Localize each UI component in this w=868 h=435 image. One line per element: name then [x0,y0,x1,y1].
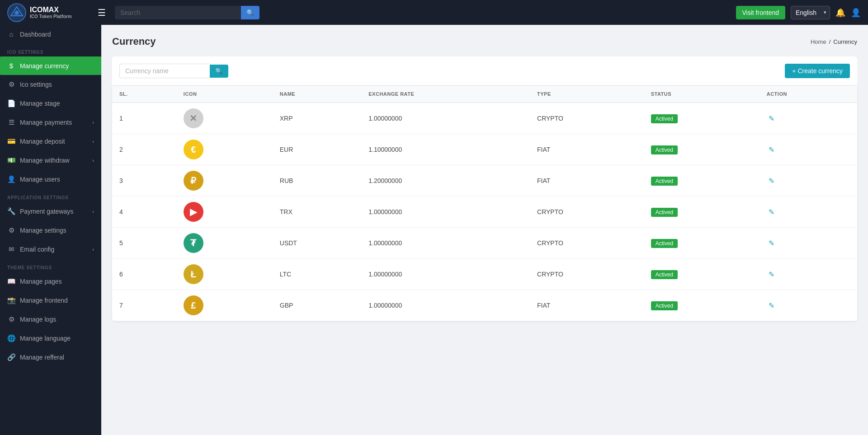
breadcrumb-current: Currency [833,38,857,45]
sidebar-item-manage-payments[interactable]: ☰ Manage payments › [0,113,101,132]
col-exchange-rate: EXCHANGE RATE [361,86,530,103]
col-icon: ICON [176,86,273,103]
col-action: ACTION [760,86,857,103]
sidebar-item-manage-currency[interactable]: $ Manage currency [0,56,101,75]
manage-settings-icon: ⚙ [7,226,15,234]
cell-exchange-rate: 1.00000000 [361,196,530,228]
col-type: TYPE [530,86,644,103]
sidebar-item-manage-logs[interactable]: ⚙ Manage logs [0,310,101,329]
referral-icon: 🔗 [7,353,15,361]
language-selector[interactable]: English Spanish French [791,6,830,19]
notifications-bell[interactable]: 🔔 [835,8,845,18]
cell-status: Actived [644,259,760,290]
sidebar-item-email-config[interactable]: ✉ Email config › [0,240,101,259]
sidebar-item-payment-gateways[interactable]: 🔧 Payment gateways › [0,202,101,221]
cell-type: CRYPTO [530,228,644,259]
table-row: 1 ✕ XRP 1.00000000 CRYPTO Actived ✎ [112,103,857,134]
cell-icon: € [176,134,273,165]
sidebar-item-manage-settings[interactable]: ⚙ Manage settings [0,221,101,240]
edit-button[interactable]: ✎ [767,206,776,218]
cell-icon: ▶ [176,196,273,228]
cell-icon: Ł [176,259,273,290]
edit-button[interactable]: ✎ [767,268,776,281]
user-avatar-icon[interactable]: 👤 [851,8,861,18]
search-input[interactable] [115,6,241,19]
sidebar-label-manage-users: Manage users [20,176,94,183]
currency-table: SL. ICON NAME EXCHANGE RATE TYPE STATUS … [112,86,857,321]
cell-exchange-rate: 1.00000000 [361,103,530,134]
status-badge: Actived [651,239,678,248]
cell-sl: 1 [112,103,176,134]
sidebar-item-manage-language[interactable]: 🌐 Manage language [0,329,101,348]
table-row: 2 € EUR 1.10000000 FIAT Actived ✎ [112,134,857,165]
sidebar-item-manage-withdraw[interactable]: 💵 Manage withdraw › [0,151,101,170]
sidebar-label-manage-withdraw: Manage withdraw [20,157,88,164]
cell-name: GBP [273,290,361,321]
cell-type: CRYPTO [530,259,644,290]
sidebar-item-ico-settings[interactable]: ⚙ Ico settings [0,75,101,94]
edit-button[interactable]: ✎ [767,144,776,156]
hamburger-menu[interactable]: ☰ [94,5,109,20]
sidebar-item-manage-pages[interactable]: 📖 Manage pages [0,272,101,291]
sidebar: ⌂ Dashboard ICO SETTINGS $ Manage curren… [0,25,101,435]
chevron-right-icon-5: › [92,247,94,252]
cell-icon: ✕ [176,103,273,134]
sidebar-label-manage-referral: Manage refferal [20,354,94,361]
edit-button[interactable]: ✎ [767,112,776,125]
cell-exchange-rate: 1.00000000 [361,290,530,321]
cell-type: CRYPTO [530,196,644,228]
cell-name: EUR [273,134,361,165]
create-currency-button[interactable]: + Create currency [785,64,850,78]
cell-action: ✎ [760,134,857,165]
cell-icon: ₽ [176,165,273,196]
cell-icon: ₮ [176,228,273,259]
currency-search-button[interactable]: 🔍 [210,65,228,78]
sidebar-item-dashboard[interactable]: ⌂ Dashboard [0,25,101,43]
toolbar: 🔍 + Create currency [112,56,857,86]
cell-action: ✎ [760,290,857,321]
search-submit-button[interactable]: 🔍 [241,6,259,19]
cell-name: LTC [273,259,361,290]
cell-action: ✎ [760,228,857,259]
cell-exchange-rate: 1.10000000 [361,134,530,165]
cell-status: Actived [644,228,760,259]
cell-icon: £ [176,290,273,321]
breadcrumb-home[interactable]: Home [811,38,826,45]
cell-status: Actived [644,134,760,165]
language-icon: 🌐 [7,334,15,342]
currency-search-input[interactable] [119,64,210,78]
coin-icon-ltc: Ł [184,264,203,284]
status-badge: Actived [651,270,678,279]
navbar-right: Visit frontend English Spanish French 🔔 … [736,6,861,19]
sidebar-item-manage-stage[interactable]: 📄 Manage stage [0,94,101,113]
col-sl: SL. [112,86,176,103]
edit-button[interactable]: ✎ [767,299,776,312]
app-subtitle: ICO Token Platform [30,14,72,19]
cell-action: ✎ [760,165,857,196]
cell-sl: 2 [112,134,176,165]
status-badge: Actived [651,301,678,310]
cell-name: TRX [273,196,361,228]
edit-button[interactable]: ✎ [767,175,776,187]
sidebar-item-manage-users[interactable]: 👤 Manage users [0,170,101,189]
frontend-icon: 📸 [7,296,15,304]
cell-sl: 4 [112,196,176,228]
edit-button[interactable]: ✎ [767,237,776,249]
sidebar-item-manage-referral[interactable]: 🔗 Manage refferal [0,348,101,367]
svg-point-3 [15,11,19,14]
sidebar-item-manage-frontend[interactable]: 📸 Manage frontend [0,291,101,310]
stage-icon: 📄 [7,99,15,108]
sidebar-item-manage-deposit[interactable]: 💳 Manage deposit › [0,132,101,151]
cell-action: ✎ [760,196,857,228]
sidebar-label-manage-settings: Manage settings [20,227,94,234]
sidebar-label-manage-stage: Manage stage [20,100,94,107]
sidebar-label-manage-payments: Manage payments [20,119,88,126]
language-dropdown[interactable]: English Spanish French [791,6,830,19]
sidebar-label-manage-language: Manage language [20,335,94,342]
coin-icon-eur: € [184,140,203,159]
sidebar-label-ico-settings: Ico settings [20,81,94,88]
coin-icon-usdt: ₮ [184,233,203,253]
table-row: 6 Ł LTC 1.00000000 CRYPTO Actived ✎ [112,259,857,290]
visit-frontend-button[interactable]: Visit frontend [736,6,785,19]
gateway-icon: 🔧 [7,207,15,215]
